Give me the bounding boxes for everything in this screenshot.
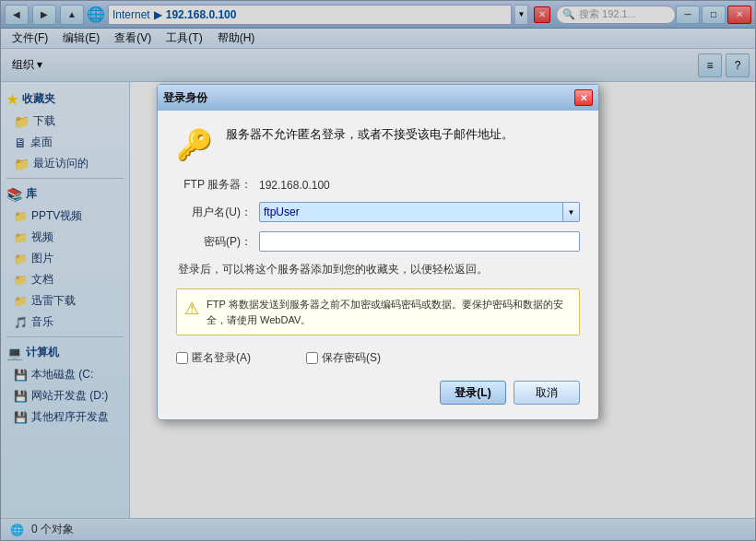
modal-overlay: 登录身份 ✕ 🔑 服务器不允许匿名登录，或者不接受该电子邮件地址。 FTP 服务… bbox=[0, 0, 756, 541]
dialog-form: FTP 服务器： 192.168.0.100 用户名(U)： ▼ 密码(P)： bbox=[176, 177, 580, 252]
ftp-server-value: 192.168.0.100 bbox=[259, 179, 330, 192]
dialog-note: 登录后，可以将这个服务器添加到您的收藏夹，以便轻松返回。 bbox=[176, 261, 580, 277]
anonymous-login-label[interactable]: 匿名登录(A) bbox=[176, 350, 251, 366]
anonymous-login-checkbox[interactable] bbox=[176, 352, 188, 364]
key-icon: 🔑 bbox=[176, 127, 213, 162]
password-label: 密码(P)： bbox=[176, 234, 259, 250]
login-button-label: 登录(L) bbox=[455, 385, 490, 401]
cancel-button-label: 取消 bbox=[536, 385, 558, 401]
ftp-server-row: FTP 服务器： 192.168.0.100 bbox=[176, 177, 580, 193]
username-row: 用户名(U)： ▼ bbox=[176, 202, 580, 222]
login-dialog: 登录身份 ✕ 🔑 服务器不允许匿名登录，或者不接受该电子邮件地址。 FTP 服务… bbox=[157, 84, 599, 420]
username-input[interactable] bbox=[259, 202, 563, 222]
ftp-server-label: FTP 服务器： bbox=[176, 177, 259, 193]
cancel-button[interactable]: 取消 bbox=[514, 381, 580, 405]
dialog-title: 登录身份 bbox=[163, 90, 207, 106]
save-password-checkbox[interactable] bbox=[306, 352, 318, 364]
anonymous-login-text: 匿名登录(A) bbox=[192, 350, 251, 366]
username-dropdown-button[interactable]: ▼ bbox=[563, 202, 580, 222]
warning-icon: ⚠ bbox=[184, 299, 199, 319]
dialog-body: 🔑 服务器不允许匿名登录，或者不接受该电子邮件地址。 FTP 服务器： 192.… bbox=[158, 111, 598, 419]
save-password-label[interactable]: 保存密码(S) bbox=[306, 350, 381, 366]
password-row: 密码(P)： bbox=[176, 231, 580, 252]
dialog-options: 匿名登录(A) 保存密码(S) bbox=[176, 350, 580, 366]
dialog-header-text: 服务器不允许匿名登录，或者不接受该电子邮件地址。 bbox=[226, 125, 580, 144]
save-password-text: 保存密码(S) bbox=[322, 350, 381, 366]
warning-text: FTP 将数据发送到服务器之前不加密或编码密码或数据。要保护密码和数据的安全，请… bbox=[207, 297, 572, 327]
dialog-header-row: 🔑 服务器不允许匿名登录，或者不接受该电子邮件地址。 bbox=[176, 125, 580, 162]
login-button[interactable]: 登录(L) bbox=[440, 381, 506, 405]
dialog-warning: ⚠ FTP 将数据发送到服务器之前不加密或编码密码或数据。要保护密码和数据的安全… bbox=[176, 288, 580, 335]
dialog-title-bar: 登录身份 ✕ bbox=[158, 85, 598, 111]
username-input-group: ▼ bbox=[259, 202, 580, 222]
dialog-buttons: 登录(L) 取消 bbox=[176, 381, 580, 405]
dialog-close-icon: ✕ bbox=[580, 93, 587, 103]
dialog-close-button[interactable]: ✕ bbox=[574, 89, 593, 106]
password-input[interactable] bbox=[259, 231, 580, 252]
username-label: 用户名(U)： bbox=[176, 205, 259, 220]
